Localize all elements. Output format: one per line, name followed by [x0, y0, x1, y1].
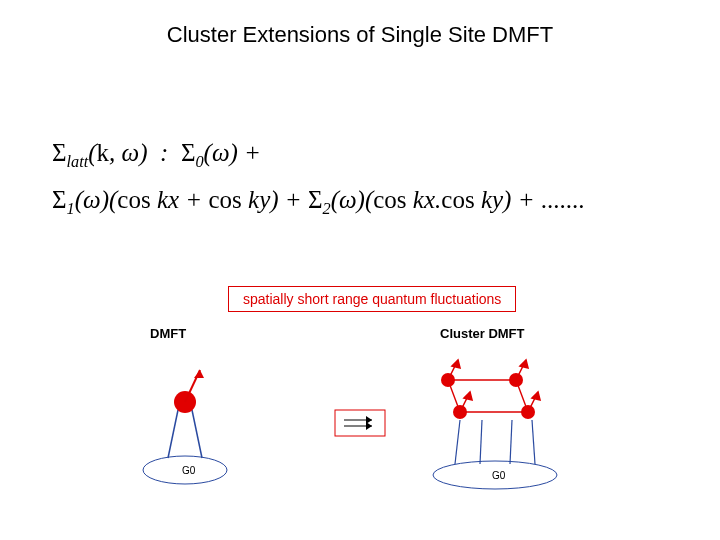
arrow-head-2	[366, 422, 372, 430]
right-bath-label: G0	[492, 470, 506, 481]
left-bond-1	[168, 410, 178, 458]
page-title: Cluster Extensions of Single Site DMFT	[0, 22, 720, 48]
svg-marker-7	[520, 360, 528, 368]
self-energy-equation: Σlatt(k, ω) : Σ0(ω) + Σ1(ω)(cos kx + cos…	[52, 130, 585, 225]
left-bond-2	[192, 410, 202, 458]
svg-marker-5	[452, 360, 460, 368]
equation-line-2: Σ1(ω)(cos kx + cos ky) + Σ2(ω)(cos kx.co…	[52, 177, 585, 224]
right-bond-3	[510, 420, 512, 464]
dmft-schematic-svg: G0 G0	[110, 280, 610, 510]
equation-line-1: Σlatt(k, ω) : Σ0(ω) +	[52, 130, 585, 177]
right-spin-arrows	[448, 360, 540, 412]
right-bond-2	[480, 420, 482, 464]
arrow-box	[335, 410, 385, 436]
svg-marker-3	[532, 392, 540, 400]
right-bond-1	[455, 420, 460, 464]
right-bond-4	[532, 420, 535, 464]
dmft-vs-cluster-figure: spatially short range quantum fluctuatio…	[110, 280, 610, 510]
left-bath-label: G0	[182, 465, 196, 476]
svg-marker-1	[464, 392, 472, 400]
